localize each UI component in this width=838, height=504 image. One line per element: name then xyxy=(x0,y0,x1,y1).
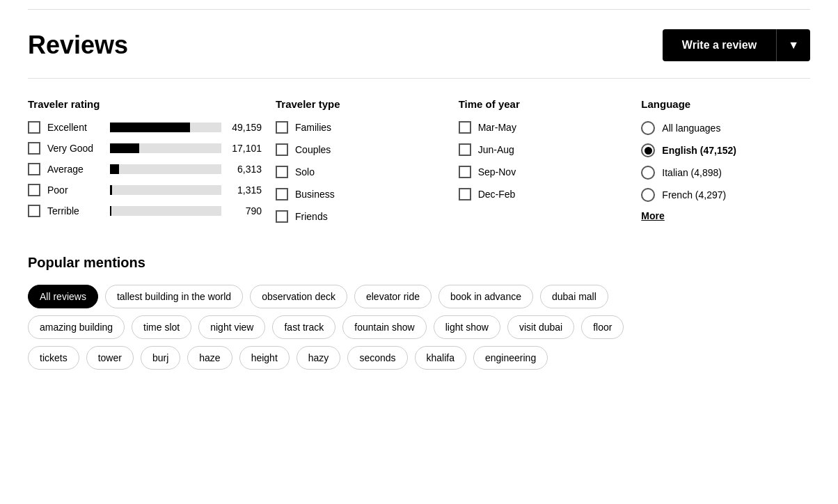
radio-inner-dot xyxy=(645,147,652,155)
time-item: Jun-Aug xyxy=(459,143,628,156)
type-item: Friends xyxy=(276,210,445,223)
lang-items: All languagesEnglish (47,152)Italian (4,… xyxy=(641,121,810,202)
rating-item: Very Good 17,101 xyxy=(28,142,262,155)
type-checkbox[interactable] xyxy=(276,210,288,223)
rating-bar-container: 49,159 xyxy=(110,122,262,133)
popular-mention-tag[interactable]: visit dubai xyxy=(507,315,574,339)
rating-checkbox[interactable] xyxy=(28,184,40,196)
rating-count: 49,159 xyxy=(227,122,262,133)
type-item: Families xyxy=(276,121,445,134)
rating-bar-fill xyxy=(110,185,112,195)
rating-count: 790 xyxy=(227,205,262,216)
rating-label: Very Good xyxy=(47,143,103,154)
popular-mention-tag[interactable]: dubai mall xyxy=(540,285,608,308)
popular-mention-tag[interactable]: khalifa xyxy=(415,346,466,370)
rating-bar-track xyxy=(110,206,221,216)
popular-mention-tag[interactable]: night view xyxy=(198,315,265,339)
time-label: Jun-Aug xyxy=(478,144,514,155)
time-item: Dec-Feb xyxy=(459,188,628,200)
tags-row-3: ticketstowerburjhazeheighthazysecondskha… xyxy=(28,346,810,370)
popular-mentions-title: Popular mentions xyxy=(28,255,810,271)
rating-checkbox[interactable] xyxy=(28,163,40,175)
rating-checkbox[interactable] xyxy=(28,142,40,155)
popular-mention-tag[interactable]: fast track xyxy=(272,315,335,339)
rating-item: Terrible 790 xyxy=(28,205,262,217)
time-checkbox[interactable] xyxy=(459,121,471,134)
popular-mention-tag[interactable]: All reviews xyxy=(28,285,98,308)
popular-mentions-section: Popular mentions All reviewstallest buil… xyxy=(28,255,810,370)
type-item: Solo xyxy=(276,166,445,178)
type-label: Solo xyxy=(295,166,315,178)
type-label: Families xyxy=(295,122,331,133)
time-of-year-section: Time of year Mar-May Jun-Aug Sep-Nov Dec… xyxy=(459,98,628,233)
time-checkbox[interactable] xyxy=(459,188,471,200)
popular-mention-tag[interactable]: amazing building xyxy=(28,315,125,339)
rating-bar-container: 6,313 xyxy=(110,164,262,175)
rating-label: Poor xyxy=(47,184,103,196)
type-checkbox[interactable] xyxy=(276,166,288,178)
time-items: Mar-May Jun-Aug Sep-Nov Dec-Feb xyxy=(459,121,628,200)
reviews-header: Reviews Write a review ▼ xyxy=(28,29,810,61)
time-of-year-title: Time of year xyxy=(459,98,628,110)
popular-mention-tag[interactable]: book in advance xyxy=(438,285,533,308)
language-title: Language xyxy=(641,98,810,110)
rating-checkbox[interactable] xyxy=(28,121,40,134)
time-checkbox[interactable] xyxy=(459,166,471,178)
rating-bar-track xyxy=(110,164,221,174)
popular-mention-tag[interactable]: tower xyxy=(86,346,134,370)
language-more-link[interactable]: More xyxy=(641,210,810,221)
popular-mention-tag[interactable]: light show xyxy=(434,315,500,339)
popular-mention-tag[interactable]: observation deck xyxy=(250,285,347,308)
type-checkbox[interactable] xyxy=(276,188,288,200)
popular-mention-tag[interactable]: hazy xyxy=(297,346,341,370)
lang-label: All languages xyxy=(662,123,720,134)
rating-item: Poor 1,315 xyxy=(28,184,262,196)
rating-label: Terrible xyxy=(47,205,103,216)
language-section: Language All languagesEnglish (47,152)It… xyxy=(641,98,810,233)
rating-bar-track xyxy=(110,143,221,153)
tags-row-1: All reviewstallest building in the world… xyxy=(28,285,810,308)
type-checkbox[interactable] xyxy=(276,121,288,134)
type-items: Families Couples Solo Business Friends xyxy=(276,121,445,223)
lang-radio[interactable] xyxy=(641,121,655,135)
header-buttons: Write a review ▼ xyxy=(663,29,810,61)
lang-label: Italian (4,898) xyxy=(662,167,722,178)
write-review-dropdown-button[interactable]: ▼ xyxy=(776,29,810,61)
lang-item: French (4,297) xyxy=(641,188,810,202)
popular-mention-tag[interactable]: height xyxy=(239,346,290,370)
type-checkbox[interactable] xyxy=(276,143,288,156)
popular-mention-tag[interactable]: seconds xyxy=(347,346,407,370)
time-item: Sep-Nov xyxy=(459,166,628,178)
traveler-rating-section: Traveler rating Excellent 49,159 Very Go… xyxy=(28,98,262,233)
rating-checkbox[interactable] xyxy=(28,205,40,217)
rating-label: Excellent xyxy=(47,122,103,133)
rating-count: 17,101 xyxy=(227,143,262,154)
write-review-button[interactable]: Write a review xyxy=(663,29,776,61)
popular-mention-tag[interactable]: haze xyxy=(187,346,232,370)
popular-mention-tag[interactable]: elevator ride xyxy=(354,285,432,308)
popular-mention-tag[interactable]: floor xyxy=(581,315,624,339)
rating-bar-container: 17,101 xyxy=(110,143,262,154)
rating-count: 1,315 xyxy=(227,184,262,196)
lang-radio[interactable] xyxy=(641,143,655,157)
popular-mention-tag[interactable]: tallest building in the world xyxy=(105,285,243,308)
rating-bar-container: 790 xyxy=(110,205,262,216)
type-item: Couples xyxy=(276,143,445,156)
popular-mention-tag[interactable]: fountain show xyxy=(342,315,426,339)
type-item: Business xyxy=(276,188,445,200)
lang-radio[interactable] xyxy=(641,188,655,202)
lang-radio[interactable] xyxy=(641,166,655,180)
section-divider xyxy=(28,78,810,79)
popular-mention-tag[interactable]: engineering xyxy=(473,346,548,370)
rating-bar-fill xyxy=(110,143,139,153)
rating-bar-track xyxy=(110,123,221,132)
rating-count: 6,313 xyxy=(227,164,262,175)
time-checkbox[interactable] xyxy=(459,143,471,156)
tags-row-2: amazing buildingtime slotnight viewfast … xyxy=(28,315,810,339)
lang-label: English (47,152) xyxy=(662,145,736,156)
rating-label: Average xyxy=(47,164,103,175)
lang-item: All languages xyxy=(641,121,810,135)
popular-mention-tag[interactable]: time slot xyxy=(132,315,191,339)
popular-mention-tag[interactable]: tickets xyxy=(28,346,79,370)
popular-mention-tag[interactable]: burj xyxy=(141,346,180,370)
